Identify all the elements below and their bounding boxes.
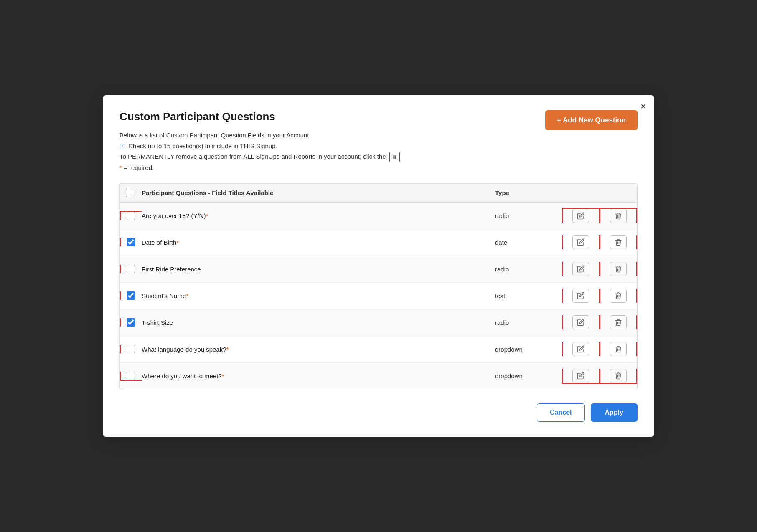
question-col: What language do you speak?* <box>142 346 495 353</box>
header-title-col: Participant Questions - Field Titles Ava… <box>142 189 495 196</box>
modal-description: Below is a list of Custom Participant Qu… <box>119 130 401 173</box>
questions-table: Participant Questions - Field Titles Ava… <box>119 183 638 390</box>
delete-col <box>600 289 637 303</box>
check-col <box>120 372 142 381</box>
modal-title: Custom Participant Questions <box>119 110 401 123</box>
edit-button-6[interactable] <box>572 342 589 356</box>
header-type-col: Type <box>495 189 562 196</box>
edit-col <box>562 289 600 303</box>
desc-line2: ☑ Check up to 15 question(s) to include … <box>119 141 401 152</box>
delete-button-1[interactable] <box>610 209 627 223</box>
row-checkbox-2[interactable] <box>127 238 135 246</box>
select-all-checkbox[interactable] <box>126 189 134 197</box>
delete-col <box>600 369 637 384</box>
delete-button-3[interactable] <box>610 262 627 276</box>
delete-button-5[interactable] <box>610 315 627 329</box>
trash-icon-inline: 🗑 <box>389 152 400 162</box>
question-col: T-shirt Size <box>142 319 495 326</box>
desc-line1: Below is a list of Custom Participant Qu… <box>119 130 401 141</box>
table-body: Are you over 18? (Y/N)*radioDate of Birt… <box>120 203 637 390</box>
type-col: date <box>495 239 562 246</box>
check-col <box>120 345 142 353</box>
table-row: What language do you speak?*dropdown <box>120 336 637 363</box>
desc-line4: * = required. <box>119 162 401 173</box>
question-col: Are you over 18? (Y/N)* <box>142 212 495 219</box>
cancel-button[interactable]: Cancel <box>537 403 584 422</box>
delete-col <box>600 315 637 329</box>
delete-col <box>600 235 637 249</box>
table-row: T-shirt Sizeradio <box>120 309 637 336</box>
type-col: text <box>495 292 562 299</box>
question-col: Student's Name* <box>142 292 495 299</box>
modal-overlay: × Custom Participant Questions Below is … <box>0 0 757 532</box>
edit-col <box>562 235 600 249</box>
delete-col <box>600 208 637 223</box>
add-new-question-button[interactable]: + Add New Question <box>545 110 638 130</box>
type-col: radio <box>495 212 562 219</box>
check-col <box>120 318 142 327</box>
modal-header: Custom Participant Questions Below is a … <box>119 110 638 173</box>
table-row: Are you over 18? (Y/N)*radio <box>120 203 637 229</box>
edit-button-7[interactable] <box>572 369 589 383</box>
check-col <box>120 238 142 246</box>
desc-line3: To PERMANENTLY remove a question from AL… <box>119 151 401 162</box>
row-checkbox-7[interactable] <box>127 372 135 380</box>
delete-col <box>600 262 637 276</box>
edit-button-5[interactable] <box>572 315 589 329</box>
row-checkbox-4[interactable] <box>127 291 135 300</box>
edit-button-1[interactable] <box>572 209 589 223</box>
question-col: Where do you want to meet?* <box>142 372 495 380</box>
required-star: * <box>206 212 208 219</box>
delete-button-4[interactable] <box>610 289 627 303</box>
type-col: dropdown <box>495 372 562 380</box>
row-checkbox-3[interactable] <box>127 265 135 273</box>
table-header: Participant Questions - Field Titles Ava… <box>120 184 637 203</box>
required-star: * <box>226 346 229 353</box>
required-star: * <box>222 372 224 380</box>
required-star: * <box>186 292 188 299</box>
row-checkbox-6[interactable] <box>127 345 135 353</box>
apply-button[interactable]: Apply <box>591 403 638 422</box>
edit-col <box>562 262 600 276</box>
delete-button-6[interactable] <box>610 342 627 356</box>
edit-button-3[interactable] <box>572 262 589 276</box>
delete-button-2[interactable] <box>610 235 627 249</box>
required-star: * <box>176 239 179 246</box>
edit-col <box>562 315 600 329</box>
modal-dialog: × Custom Participant Questions Below is … <box>103 95 654 437</box>
table-row: Date of Birth*date <box>120 229 637 256</box>
table-row: First Ride Preferenceradio <box>120 256 637 283</box>
close-button[interactable]: × <box>640 102 646 111</box>
check-col <box>120 211 142 220</box>
header-check-col <box>120 189 142 197</box>
question-col: Date of Birth* <box>142 239 495 246</box>
type-col: dropdown <box>495 346 562 353</box>
delete-button-7[interactable] <box>610 369 627 383</box>
row-checkbox-1[interactable] <box>127 212 135 220</box>
check-col <box>120 291 142 300</box>
table-row: Where do you want to meet?*dropdown <box>120 363 637 390</box>
edit-button-2[interactable] <box>572 235 589 249</box>
row-checkbox-5[interactable] <box>127 318 135 327</box>
edit-button-4[interactable] <box>572 289 589 303</box>
type-col: radio <box>495 319 562 326</box>
check-col <box>120 265 142 273</box>
table-row: Student's Name*text <box>120 283 637 309</box>
modal-header-left: Custom Participant Questions Below is a … <box>119 110 401 173</box>
edit-col <box>562 369 600 384</box>
question-col: First Ride Preference <box>142 266 495 273</box>
check-icon: ☑ <box>119 142 125 149</box>
delete-col <box>600 342 637 356</box>
modal-footer: Cancel Apply <box>119 403 638 422</box>
type-col: radio <box>495 266 562 273</box>
edit-col <box>562 208 600 223</box>
edit-col <box>562 342 600 356</box>
